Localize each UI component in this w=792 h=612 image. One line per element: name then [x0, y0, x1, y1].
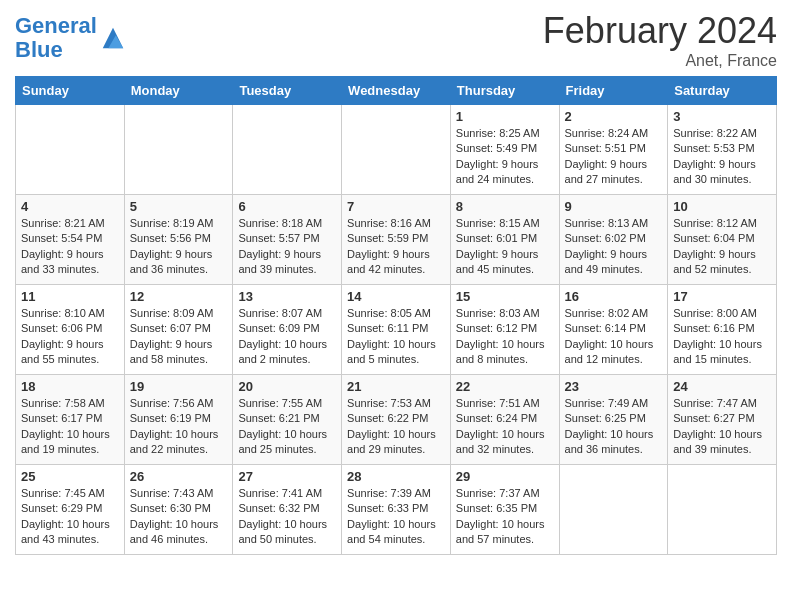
day-info: Sunrise: 8:03 AM Sunset: 6:12 PM Dayligh…	[456, 306, 554, 368]
day-cell: 20Sunrise: 7:55 AM Sunset: 6:21 PM Dayli…	[233, 375, 342, 465]
logo: General Blue	[15, 14, 127, 62]
day-cell: 22Sunrise: 7:51 AM Sunset: 6:24 PM Dayli…	[450, 375, 559, 465]
day-info: Sunrise: 7:43 AM Sunset: 6:30 PM Dayligh…	[130, 486, 228, 548]
day-number: 10	[673, 199, 771, 214]
day-info: Sunrise: 7:53 AM Sunset: 6:22 PM Dayligh…	[347, 396, 445, 458]
day-number: 12	[130, 289, 228, 304]
day-info: Sunrise: 8:25 AM Sunset: 5:49 PM Dayligh…	[456, 126, 554, 188]
day-info: Sunrise: 7:51 AM Sunset: 6:24 PM Dayligh…	[456, 396, 554, 458]
day-number: 2	[565, 109, 663, 124]
col-header-tuesday: Tuesday	[233, 77, 342, 105]
day-info: Sunrise: 8:16 AM Sunset: 5:59 PM Dayligh…	[347, 216, 445, 278]
day-cell: 2Sunrise: 8:24 AM Sunset: 5:51 PM Daylig…	[559, 105, 668, 195]
day-info: Sunrise: 8:22 AM Sunset: 5:53 PM Dayligh…	[673, 126, 771, 188]
day-cell: 23Sunrise: 7:49 AM Sunset: 6:25 PM Dayli…	[559, 375, 668, 465]
logo-blue: Blue	[15, 37, 63, 62]
day-number: 24	[673, 379, 771, 394]
day-number: 7	[347, 199, 445, 214]
week-row-1: 1Sunrise: 8:25 AM Sunset: 5:49 PM Daylig…	[16, 105, 777, 195]
day-number: 14	[347, 289, 445, 304]
day-number: 18	[21, 379, 119, 394]
day-cell	[233, 105, 342, 195]
day-info: Sunrise: 8:19 AM Sunset: 5:56 PM Dayligh…	[130, 216, 228, 278]
calendar-table: SundayMondayTuesdayWednesdayThursdayFrid…	[15, 76, 777, 555]
week-row-4: 18Sunrise: 7:58 AM Sunset: 6:17 PM Dayli…	[16, 375, 777, 465]
day-info: Sunrise: 7:58 AM Sunset: 6:17 PM Dayligh…	[21, 396, 119, 458]
day-cell: 4Sunrise: 8:21 AM Sunset: 5:54 PM Daylig…	[16, 195, 125, 285]
day-number: 19	[130, 379, 228, 394]
day-info: Sunrise: 7:56 AM Sunset: 6:19 PM Dayligh…	[130, 396, 228, 458]
day-info: Sunrise: 7:49 AM Sunset: 6:25 PM Dayligh…	[565, 396, 663, 458]
day-number: 28	[347, 469, 445, 484]
day-cell: 13Sunrise: 8:07 AM Sunset: 6:09 PM Dayli…	[233, 285, 342, 375]
header-row: SundayMondayTuesdayWednesdayThursdayFrid…	[16, 77, 777, 105]
day-cell: 14Sunrise: 8:05 AM Sunset: 6:11 PM Dayli…	[342, 285, 451, 375]
week-row-3: 11Sunrise: 8:10 AM Sunset: 6:06 PM Dayli…	[16, 285, 777, 375]
calendar-subtitle: Anet, France	[543, 52, 777, 70]
day-info: Sunrise: 7:45 AM Sunset: 6:29 PM Dayligh…	[21, 486, 119, 548]
title-section: February 2024 Anet, France	[543, 10, 777, 70]
day-number: 23	[565, 379, 663, 394]
day-cell: 18Sunrise: 7:58 AM Sunset: 6:17 PM Dayli…	[16, 375, 125, 465]
day-cell: 15Sunrise: 8:03 AM Sunset: 6:12 PM Dayli…	[450, 285, 559, 375]
day-info: Sunrise: 8:02 AM Sunset: 6:14 PM Dayligh…	[565, 306, 663, 368]
day-number: 27	[238, 469, 336, 484]
day-cell: 6Sunrise: 8:18 AM Sunset: 5:57 PM Daylig…	[233, 195, 342, 285]
day-info: Sunrise: 7:55 AM Sunset: 6:21 PM Dayligh…	[238, 396, 336, 458]
day-info: Sunrise: 8:24 AM Sunset: 5:51 PM Dayligh…	[565, 126, 663, 188]
col-header-monday: Monday	[124, 77, 233, 105]
day-cell: 16Sunrise: 8:02 AM Sunset: 6:14 PM Dayli…	[559, 285, 668, 375]
logo-text: General Blue	[15, 14, 97, 62]
day-number: 5	[130, 199, 228, 214]
day-number: 8	[456, 199, 554, 214]
day-cell: 24Sunrise: 7:47 AM Sunset: 6:27 PM Dayli…	[668, 375, 777, 465]
day-number: 13	[238, 289, 336, 304]
day-number: 3	[673, 109, 771, 124]
day-cell: 25Sunrise: 7:45 AM Sunset: 6:29 PM Dayli…	[16, 465, 125, 555]
day-info: Sunrise: 8:15 AM Sunset: 6:01 PM Dayligh…	[456, 216, 554, 278]
col-header-friday: Friday	[559, 77, 668, 105]
day-cell: 12Sunrise: 8:09 AM Sunset: 6:07 PM Dayli…	[124, 285, 233, 375]
day-number: 15	[456, 289, 554, 304]
day-cell	[668, 465, 777, 555]
day-cell: 17Sunrise: 8:00 AM Sunset: 6:16 PM Dayli…	[668, 285, 777, 375]
day-cell: 28Sunrise: 7:39 AM Sunset: 6:33 PM Dayli…	[342, 465, 451, 555]
day-info: Sunrise: 8:05 AM Sunset: 6:11 PM Dayligh…	[347, 306, 445, 368]
day-cell: 3Sunrise: 8:22 AM Sunset: 5:53 PM Daylig…	[668, 105, 777, 195]
calendar-title: February 2024	[543, 10, 777, 52]
day-info: Sunrise: 8:18 AM Sunset: 5:57 PM Dayligh…	[238, 216, 336, 278]
day-cell	[16, 105, 125, 195]
day-cell: 1Sunrise: 8:25 AM Sunset: 5:49 PM Daylig…	[450, 105, 559, 195]
day-info: Sunrise: 8:10 AM Sunset: 6:06 PM Dayligh…	[21, 306, 119, 368]
col-header-thursday: Thursday	[450, 77, 559, 105]
day-number: 9	[565, 199, 663, 214]
day-cell: 19Sunrise: 7:56 AM Sunset: 6:19 PM Dayli…	[124, 375, 233, 465]
day-number: 26	[130, 469, 228, 484]
day-cell: 10Sunrise: 8:12 AM Sunset: 6:04 PM Dayli…	[668, 195, 777, 285]
day-cell: 9Sunrise: 8:13 AM Sunset: 6:02 PM Daylig…	[559, 195, 668, 285]
day-info: Sunrise: 8:12 AM Sunset: 6:04 PM Dayligh…	[673, 216, 771, 278]
day-number: 22	[456, 379, 554, 394]
day-cell	[342, 105, 451, 195]
day-number: 20	[238, 379, 336, 394]
day-info: Sunrise: 7:37 AM Sunset: 6:35 PM Dayligh…	[456, 486, 554, 548]
day-number: 1	[456, 109, 554, 124]
day-info: Sunrise: 7:47 AM Sunset: 6:27 PM Dayligh…	[673, 396, 771, 458]
day-cell: 29Sunrise: 7:37 AM Sunset: 6:35 PM Dayli…	[450, 465, 559, 555]
day-number: 17	[673, 289, 771, 304]
day-number: 11	[21, 289, 119, 304]
day-info: Sunrise: 8:13 AM Sunset: 6:02 PM Dayligh…	[565, 216, 663, 278]
day-info: Sunrise: 8:21 AM Sunset: 5:54 PM Dayligh…	[21, 216, 119, 278]
logo-icon	[99, 24, 127, 52]
week-row-5: 25Sunrise: 7:45 AM Sunset: 6:29 PM Dayli…	[16, 465, 777, 555]
day-number: 4	[21, 199, 119, 214]
day-info: Sunrise: 7:39 AM Sunset: 6:33 PM Dayligh…	[347, 486, 445, 548]
day-info: Sunrise: 8:07 AM Sunset: 6:09 PM Dayligh…	[238, 306, 336, 368]
day-number: 21	[347, 379, 445, 394]
col-header-wednesday: Wednesday	[342, 77, 451, 105]
day-cell: 11Sunrise: 8:10 AM Sunset: 6:06 PM Dayli…	[16, 285, 125, 375]
page-container: General Blue February 2024 Anet, France …	[0, 0, 792, 565]
day-cell: 21Sunrise: 7:53 AM Sunset: 6:22 PM Dayli…	[342, 375, 451, 465]
day-info: Sunrise: 7:41 AM Sunset: 6:32 PM Dayligh…	[238, 486, 336, 548]
week-row-2: 4Sunrise: 8:21 AM Sunset: 5:54 PM Daylig…	[16, 195, 777, 285]
